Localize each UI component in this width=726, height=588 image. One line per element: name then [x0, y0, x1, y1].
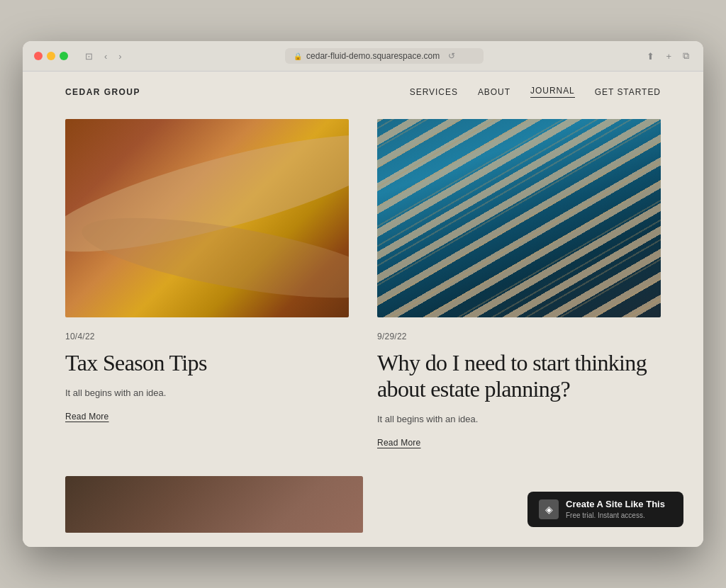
browser-actions: ⬆ + ⧉ [644, 49, 692, 63]
architecture-image [377, 119, 661, 317]
browser-window: ⊡ ‹ › 🔒 cedar-fluid-demo.squarespace.com… [23, 41, 703, 546]
browser-titlebar: ⊡ ‹ › 🔒 cedar-fluid-demo.squarespace.com… [34, 48, 692, 71]
blog-date-2: 9/29/22 [377, 332, 661, 341]
address-bar[interactable]: 🔒 cedar-fluid-demo.squarespace.com ↺ [285, 48, 484, 64]
maximize-button[interactable] [60, 52, 68, 60]
minimize-button[interactable] [47, 52, 55, 60]
blog-date-1: 10/4/22 [65, 332, 349, 341]
blog-card-bottom-image [65, 476, 363, 533]
read-more-link-1[interactable]: Read More [65, 412, 349, 422]
lock-icon: 🔒 [294, 52, 302, 60]
squarespace-banner-main: Create A Site Like This [566, 499, 665, 511]
nav-link-about[interactable]: ABOUT [478, 87, 510, 97]
bottom-image [65, 476, 363, 533]
nav-link-services[interactable]: SERVICES [410, 87, 458, 97]
site-logo[interactable]: CEDAR GROUP [65, 87, 140, 97]
squarespace-logo: ◈ [539, 499, 559, 519]
browser-chrome: ⊡ ‹ › 🔒 cedar-fluid-demo.squarespace.com… [23, 41, 703, 72]
blog-excerpt-1: It all begins with an idea. [65, 386, 349, 400]
abstract-warm-image [65, 119, 349, 317]
blog-excerpt-2: It all begins with an idea. [377, 412, 661, 426]
reload-icon: ↺ [448, 51, 455, 61]
blog-title-1[interactable]: Tax Season Tips [65, 350, 349, 376]
read-more-link-2[interactable]: Read More [377, 438, 661, 448]
new-tab-button[interactable]: + [663, 49, 674, 63]
url-text: cedar-fluid-demo.squarespace.com [306, 51, 440, 61]
traffic-lights [34, 52, 68, 60]
tab-button[interactable]: ⧉ [680, 49, 692, 63]
navigation: CEDAR GROUP SERVICES ABOUT JOURNAL GET S… [23, 72, 703, 112]
site-content: CEDAR GROUP SERVICES ABOUT JOURNAL GET S… [23, 72, 703, 546]
browser-controls: ⊡ ‹ › [82, 50, 125, 63]
forward-button[interactable]: › [116, 50, 124, 63]
blog-image-2[interactable] [377, 119, 661, 317]
tab-overview-button[interactable]: ⊡ [82, 50, 96, 63]
nav-links: SERVICES ABOUT JOURNAL GET STARTED [410, 86, 661, 98]
blog-card-2: 9/29/22 Why do I need to start thinking … [377, 119, 661, 447]
share-button[interactable]: ⬆ [644, 49, 657, 63]
blog-image-1[interactable] [65, 119, 349, 317]
site-wrapper: CEDAR GROUP SERVICES ABOUT JOURNAL GET S… [23, 72, 703, 546]
back-button[interactable]: ‹ [101, 50, 110, 63]
squarespace-banner[interactable]: ◈ Create A Site Like This Free trial. In… [527, 492, 683, 527]
address-bar-container: 🔒 cedar-fluid-demo.squarespace.com ↺ [133, 48, 636, 64]
close-button[interactable] [34, 52, 43, 60]
blog-card-1: 10/4/22 Tax Season Tips It all begins wi… [65, 119, 349, 447]
squarespace-banner-sub: Free trial. Instant access. [566, 511, 665, 520]
blog-title-2[interactable]: Why do I need to start thinking about es… [377, 350, 661, 402]
nav-link-get-started[interactable]: GET STARTED [595, 87, 661, 97]
squarespace-logo-icon: ◈ [545, 504, 553, 515]
squarespace-banner-text: Create A Site Like This Free trial. Inst… [566, 499, 665, 520]
nav-link-journal[interactable]: JOURNAL [530, 86, 575, 98]
blog-grid: 10/4/22 Tax Season Tips It all begins wi… [23, 112, 703, 475]
